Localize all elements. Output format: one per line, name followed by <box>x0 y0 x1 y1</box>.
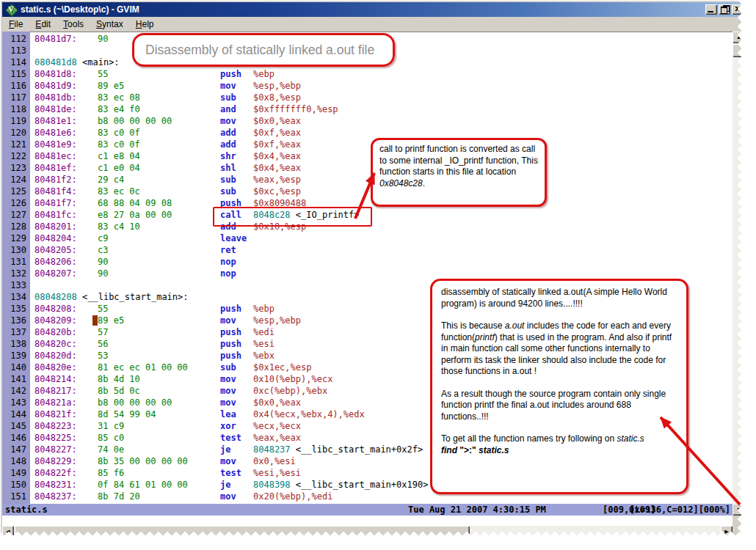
line-number: 140 <box>2 362 26 373</box>
annotation-call-highlight-box <box>213 207 372 227</box>
code-line: 12480481f2:29 c4sub%eax,%esp <box>2 174 733 186</box>
code-line: 1318048206:90nop <box>2 256 733 268</box>
line-number: 121 <box>2 139 26 150</box>
code-line: 11980481e1:b8 00 00 00 00mov$0x0,%eax <box>2 115 733 127</box>
line-number: 119 <box>2 115 26 127</box>
annotation-printf-callout: call to printf function is converted as … <box>371 138 547 207</box>
line-number: 134 <box>2 291 26 303</box>
line-number: 151 <box>2 491 26 502</box>
line-number: 128 <box>2 221 26 232</box>
annotation-heading-text: Disassembly of statically linked a.out f… <box>134 43 374 58</box>
title-bar[interactable]: V static.s (~\Desktop\c) - GVIM ✕ <box>2 2 745 17</box>
line-number: 126 <box>2 197 26 209</box>
line-number: 136 <box>2 315 26 326</box>
line-number: 120 <box>2 127 26 139</box>
status-filename: static.s <box>5 505 48 515</box>
code-line: 1308048205:c3ret <box>2 244 733 256</box>
code-line: 11880481de:83 e4 f0and$0xfffffff0,%esp <box>2 103 733 115</box>
annotation-paragraph: To get all the function names try follow… <box>441 433 677 456</box>
line-number: 123 <box>2 162 26 174</box>
line-number: 143 <box>2 397 26 408</box>
minimize-button[interactable] <box>705 4 717 15</box>
line-number: 133 <box>2 279 26 291</box>
line-number: 132 <box>2 268 26 279</box>
command-line <box>2 516 733 526</box>
line-number: 144 <box>2 408 26 420</box>
text-cursor <box>92 315 98 326</box>
code-line: 12180481e9:83 c0 0fadd$0xf,%eax <box>2 139 733 150</box>
torn-edge-right <box>737 0 756 550</box>
line-number: 141 <box>2 373 26 385</box>
code-line: 1328048207:90nop <box>2 268 733 279</box>
menu-item-file[interactable]: File <box>3 18 29 31</box>
menu-item-tools[interactable]: Tools <box>57 18 90 31</box>
line-number: 124 <box>2 174 26 186</box>
window-title: static.s (~\Desktop\c) - GVIM <box>21 4 704 15</box>
restore-button[interactable] <box>719 4 730 15</box>
annotation-heading-callout: Disassembly of statically linked a.out f… <box>132 33 395 67</box>
annotation-paragraph: This is because a.out includes the code … <box>441 320 677 378</box>
line-number: 138 <box>2 338 26 350</box>
code-line: 12080481e6:83 c0 0fadd$0xf,%eax <box>2 127 733 139</box>
code-line: 11680481d9:89 e5mov%esp,%ebp <box>2 80 733 92</box>
line-number: 118 <box>2 103 26 115</box>
menu-item-help[interactable]: Help <box>130 18 160 31</box>
annotation-paragraph: As a result though the source program co… <box>441 389 677 423</box>
line-number: 127 <box>2 209 26 221</box>
code-line: 1298048204:c9leave <box>2 232 733 244</box>
line-number: 115 <box>2 68 26 80</box>
code-line: 12380481ef:c1 e0 04shl$0x4,%eax <box>2 162 733 174</box>
status-datetime: Tue Aug 21 2007 4:30:15 PM <box>408 505 546 515</box>
status-lineinfo: [L=136,C=012][000%] <box>630 505 730 515</box>
line-number: 137 <box>2 326 26 338</box>
gvim-icon: V <box>4 4 18 15</box>
code-line: 12280481ec:c1 e8 04shr$0x4,%eax <box>2 150 733 162</box>
line-number: 113 <box>2 45 26 56</box>
line-number: 112 <box>2 33 26 45</box>
screenshot-canvas: V static.s (~\Desktop\c) - GVIM ✕ FileEd… <box>0 0 756 550</box>
status-bar: static.s Tue Aug 21 2007 4:30:15 PM [009… <box>2 504 733 516</box>
menu-item-edit[interactable]: Edit <box>29 18 57 31</box>
line-number: 150 <box>2 479 26 491</box>
code-line: 11580481d8:55push%ebp <box>2 68 733 80</box>
line-number: 146 <box>2 432 26 444</box>
torn-edge-bottom <box>0 531 756 550</box>
line-number: 116 <box>2 80 26 92</box>
line-number: 130 <box>2 244 26 256</box>
line-number: 125 <box>2 186 26 197</box>
code-line: 12580481f4:83 ec 0csub$0xc,%esp <box>2 186 733 197</box>
line-number: 139 <box>2 350 26 362</box>
line-number: 148 <box>2 455 26 467</box>
line-number: 149 <box>2 467 26 479</box>
line-number: 117 <box>2 92 26 103</box>
code-line: 11780481db:83 ec 08sub$0x8,%esp <box>2 92 733 103</box>
line-number: 135 <box>2 303 26 315</box>
minimize-icon <box>708 11 713 12</box>
line-number: 142 <box>2 385 26 397</box>
line-number: 131 <box>2 256 26 268</box>
line-number: 147 <box>2 444 26 455</box>
annotation-big-callout: disassembly of statically linked a.out(A… <box>430 279 688 494</box>
line-number: 114 <box>2 56 26 68</box>
line-number: 122 <box>2 150 26 162</box>
menu-item-syntax[interactable]: Syntax <box>90 18 129 31</box>
menu-bar: FileEditToolsSyntaxHelp <box>2 17 745 32</box>
annotation-paragraph: disassembly of statically linked a.out(A… <box>441 287 677 309</box>
line-number: 129 <box>2 232 26 244</box>
line-number: 145 <box>2 420 26 432</box>
